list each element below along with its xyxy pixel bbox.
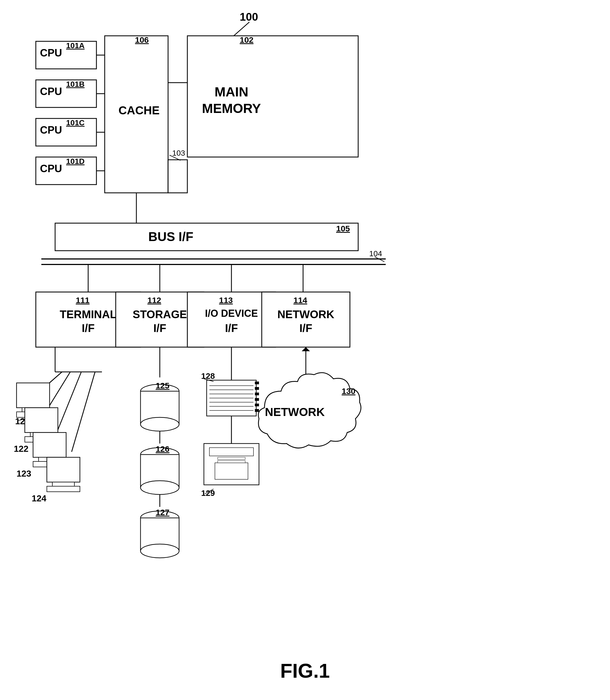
io-connector4 [255,398,259,401]
storage-125-bottom [141,417,179,431]
cpu-c-ref: 101C [66,118,84,127]
terminal-if-ref: 111 [76,296,90,305]
ref-100: 100 [240,11,258,23]
ref-103: 103 [172,149,185,157]
svg-line-19 [48,372,70,408]
storage-if-label2: I/F [154,322,166,334]
cpu-b-ref: 101B [66,80,84,88]
terminal-124-base [52,482,75,486]
terminal-if-label2: I/F [82,322,95,334]
ref-128: 128 [201,371,215,380]
network-arrow-up [302,347,310,351]
cpu-d-ref: 101D [66,157,84,166]
bus-if-box [55,223,358,251]
io-connector6 [255,409,259,412]
terminal-121-screen [17,383,50,408]
ref-126: 126 [156,444,170,453]
cache-label: CACHE [118,104,160,117]
main-memory-box [187,36,358,157]
network-if-label2: I/F [300,322,312,334]
terminal-if-label1: TERMINAL [60,308,117,320]
ref-122: 122 [14,444,28,454]
bus-connector-box [168,160,187,193]
ref-130: 130 [342,387,355,395]
io-connector1 [255,381,259,384]
storage-if-label1: STORAGE [132,308,187,320]
io-if-label2: I/F [225,322,238,334]
io-connector2 [255,387,259,390]
cpu-b-label: CPU [40,86,62,97]
network-label: NETWORK [265,406,325,419]
terminal-123-screen [33,433,66,457]
ref-129: 129 [201,488,215,498]
main-memory-label1: MAIN [215,85,248,99]
cpu-a-label: CPU [40,47,62,59]
storage-if-ref: 112 [147,296,161,305]
terminal-124-keyboard [47,486,80,492]
printer-output [215,463,248,479]
storage-127-bottom [141,544,179,558]
printer-paper-feed [209,447,254,456]
svg-line-20 [58,372,81,430]
ref-104: 104 [369,249,382,258]
diagram-container: 100 CPU 101A CPU 101B CPU 101C CPU 101D … [0,0,610,700]
printer-paper1 [218,457,245,459]
io-if-label1: I/O DEVICE [205,308,258,319]
ref-123: 123 [17,469,31,478]
main-memory-ref: 102 [240,35,254,44]
cache-ref: 106 [135,35,149,44]
figure-label: FIG.1 [280,660,330,682]
cpu-d-label: CPU [40,163,62,174]
ref-125: 125 [156,381,170,390]
network-if-ref: 114 [293,296,307,305]
bus-if-ref: 105 [336,224,350,233]
ref-124: 124 [32,493,47,503]
terminal-124-screen [47,457,80,482]
io-if-ref: 113 [219,296,233,305]
network-if-label1: NETWORK [277,308,335,320]
terminal-122-screen [25,408,58,433]
cpu-a-ref: 101A [66,41,84,50]
storage-126-bottom [141,481,179,494]
bus-if-label: BUS I/F [148,229,193,244]
printer-paper2 [218,461,245,463]
io-connector3 [255,393,259,395]
io-connector5 [255,404,259,406]
svg-line-21 [71,372,95,452]
ref-127: 127 [156,508,170,517]
cpu-c-label: CPU [40,124,62,136]
main-memory-label2: MEMORY [202,101,261,116]
